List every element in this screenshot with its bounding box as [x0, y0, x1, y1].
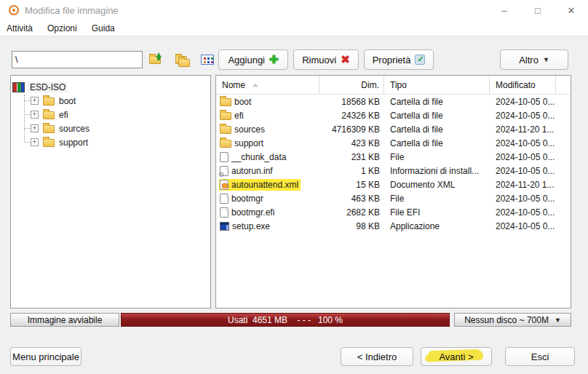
main-menu-button[interactable]: Menu principale [10, 347, 82, 366]
add-button-label: Aggiungi [228, 55, 265, 65]
file-modified: 2024-11-20 1... [490, 180, 556, 190]
menu-guida[interactable]: Guida [84, 22, 122, 35]
properties-button[interactable]: Proprietà [364, 49, 434, 70]
tree-item-label: support [59, 138, 88, 148]
tree-item[interactable]: + boot [11, 94, 210, 108]
file-row[interactable]: __chunk_data 231 KB File 2024-10-05 0... [216, 150, 571, 164]
file-modified: 2024-10-05 0... [490, 221, 556, 231]
file-type-icon [220, 207, 229, 218]
chevron-down-icon: ▼ [555, 317, 561, 324]
minimize-button[interactable]: – [488, 0, 521, 20]
list-header: Nome Dim. Tipo Modificato [216, 76, 571, 95]
tree-item-label: efi [59, 110, 68, 120]
file-name: boot [234, 97, 251, 107]
tree-item-label: boot [59, 96, 76, 106]
folder-icon [43, 139, 55, 147]
next-button[interactable]: Avanti > [421, 347, 492, 366]
file-name: bootmgr [231, 194, 263, 204]
file-type-icon [220, 98, 231, 106]
expand-plus-icon[interactable]: + [31, 124, 39, 132]
dialog-window: Modifica file immagine – □ ✕ Attività Op… [0, 0, 588, 374]
sort-ascending-icon [253, 84, 258, 87]
close-button[interactable]: ✕ [555, 0, 588, 20]
chevron-down-icon: ▼ [543, 56, 549, 63]
file-row[interactable]: bootmgr 463 KB File 2024-10-05 0... [216, 191, 571, 205]
menu-attivita[interactable]: Attività [0, 22, 40, 35]
next-button-label: Avanti > [439, 351, 473, 362]
file-row[interactable]: sources 4716309 KB Cartella di file 2024… [216, 122, 571, 136]
file-row[interactable]: autorun.inf 1 KB Informazioni di install… [216, 164, 571, 178]
file-size: 4716309 KB [319, 124, 384, 135]
file-modified: 2024-10-05 0... [490, 194, 556, 204]
file-size: 1 KB [319, 166, 384, 176]
expand-plus-icon[interactable]: + [31, 111, 39, 119]
folder-icon [43, 111, 55, 119]
checkmark-doc-icon [415, 55, 425, 65]
folder-icon [43, 98, 55, 106]
path-input[interactable] [12, 51, 143, 68]
file-row[interactable]: efi 24326 KB Cartella di file 2024-10-05… [216, 108, 571, 122]
tree-item-label: sources [59, 124, 90, 134]
tree-item[interactable]: + support [11, 135, 210, 149]
plus-icon: ✚ [269, 53, 279, 66]
tree-root-label: ESD-ISO [28, 82, 68, 92]
tree-root-item[interactable]: ESD-ISO [11, 80, 210, 94]
column-header-size[interactable]: Dim. [319, 76, 384, 94]
back-button[interactable]: < Indietro [341, 347, 413, 366]
folder-up-icon[interactable] [147, 52, 163, 68]
file-name: autorun.inf [231, 166, 273, 176]
file-name: autounattend.xml [231, 180, 298, 190]
file-modified: 2024-10-05 0... [490, 207, 556, 218]
file-type: Informazioni di install... [384, 166, 490, 176]
file-size: 15 KB [319, 180, 384, 190]
remove-button-label: Rimuovi [302, 55, 336, 65]
view-grid-icon[interactable] [199, 52, 215, 68]
file-type: Cartella di file [384, 138, 490, 148]
usage-progress-bar: Usati 4651 MB - - - 100 % [121, 313, 450, 327]
file-row[interactable]: boot 18568 KB Cartella di file 2024-10-0… [216, 95, 571, 108]
open-folders-icon[interactable] [173, 52, 189, 68]
file-type-icon [220, 152, 229, 162]
file-modified: 2024-10-05 0... [490, 111, 556, 121]
file-type: Documento XML [384, 180, 490, 190]
file-type: Cartella di file [384, 111, 490, 121]
window-title: Modifica file immagine [25, 5, 119, 16]
tree-item[interactable]: + efi [11, 108, 210, 122]
file-row[interactable]: setup.exe 98 KB Applicazione 2024-10-05 … [216, 219, 571, 233]
file-size: 2682 KB [319, 207, 384, 218]
file-row[interactable]: autounattend.xml 15 KB Documento XML 202… [216, 178, 571, 191]
file-row[interactable]: bootmgr.efi 2682 KB File EFI 2024-10-05 … [216, 205, 571, 219]
expand-plus-icon[interactable]: + [31, 138, 39, 146]
file-type: Applicazione [384, 221, 490, 231]
properties-button-label: Proprietà [373, 55, 411, 65]
title-bar: Modifica file immagine – □ ✕ [0, 0, 588, 20]
file-name: efi [234, 111, 244, 121]
menu-opzioni[interactable]: Opzioni [40, 22, 84, 35]
file-type: File EFI [384, 207, 490, 218]
file-row[interactable]: support 423 KB Cartella di file 2024-10-… [216, 136, 571, 150]
add-button[interactable]: Aggiungi ✚ [218, 49, 288, 70]
bootable-status: Immagine avviabile [10, 313, 119, 327]
more-button[interactable]: Altro ▼ [500, 49, 568, 70]
column-header-modified[interactable]: Modificato [490, 76, 556, 94]
remove-button[interactable]: Rimuovi ✖ [293, 49, 359, 70]
expand-plus-icon[interactable]: + [31, 97, 39, 105]
folder-icon [43, 125, 55, 133]
file-type: Cartella di file [384, 97, 490, 107]
menu-bar: Attività Opzioni Guida [0, 20, 588, 36]
iso-image-icon [12, 82, 25, 92]
column-header-name[interactable]: Nome [216, 76, 319, 94]
maximize-button[interactable]: □ [521, 0, 555, 20]
more-button-label: Altro [519, 55, 539, 65]
folder-tree-panel: ESD-ISO + boot + efi + sources + support [10, 75, 211, 309]
file-name: bootmgr.efi [231, 207, 274, 218]
file-type-icon [220, 180, 229, 190]
column-header-type[interactable]: Tipo [384, 76, 490, 94]
file-type: File [384, 152, 490, 162]
file-name: setup.exe [232, 221, 270, 231]
tree-item[interactable]: + sources [11, 122, 210, 135]
exit-button[interactable]: Esci [505, 347, 575, 366]
file-name: sources [234, 124, 265, 135]
file-size: 423 KB [319, 138, 384, 148]
disc-size-dropdown[interactable]: Nessun disco ~ 700M ▼ [454, 313, 571, 327]
